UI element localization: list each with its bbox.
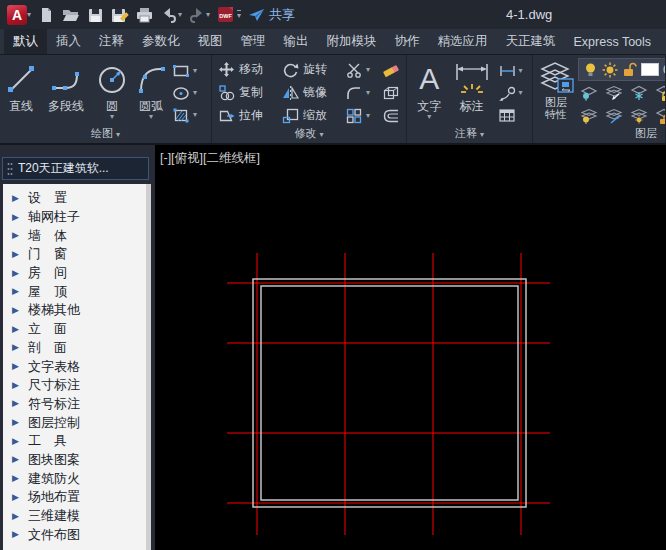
linear-dimension-button[interactable]: ▾ — [498, 61, 532, 81]
erase-button[interactable] — [382, 62, 406, 78]
sidebar-item-tools[interactable]: ▶工 具 — [3, 432, 146, 451]
table-button[interactable] — [498, 105, 532, 125]
arc-button[interactable]: 圆弧 ▾ — [132, 58, 170, 127]
text-button[interactable]: A 文字 ▾ — [413, 58, 446, 127]
dwf-button[interactable]: DWF ▾ — [213, 3, 244, 27]
tab-view[interactable]: 视图 — [189, 29, 232, 54]
undo-button[interactable]: ▾ — [157, 3, 185, 27]
scale-button[interactable]: 缩放 — [282, 107, 346, 124]
tarch-panel-header[interactable]: T20天正建筑软... — [2, 157, 149, 180]
plot-button[interactable] — [132, 3, 157, 27]
move-button[interactable]: 移动 — [218, 61, 282, 78]
sidebar-item-file-layout[interactable]: ▶文件布图 — [3, 525, 146, 544]
tab-parametric[interactable]: 参数化 — [133, 29, 189, 54]
sidebar-item-room[interactable]: ▶房 间 — [3, 264, 146, 283]
array-dropdown-icon[interactable]: ▾ — [366, 112, 370, 120]
tab-manage[interactable]: 管理 — [232, 29, 275, 54]
sidebar-item-3d-modeling[interactable]: ▶三维建模 — [3, 507, 146, 526]
circle-button[interactable]: 圆 ▾ — [94, 58, 130, 127]
layer-change-current-button[interactable] — [605, 107, 623, 128]
sidebar-item-axis-grid-column[interactable]: ▶轴网柱子 — [3, 208, 146, 227]
mirror-button[interactable]: 镜像 — [282, 84, 346, 101]
sidebar-item-block-pattern[interactable]: ▶图块图案 — [3, 451, 146, 470]
app-menu-button[interactable]: A ▾ — [4, 3, 34, 27]
sidebar-item-site-layout[interactable]: ▶场地布置 — [3, 488, 146, 507]
line-button[interactable]: 直线 — [4, 58, 38, 127]
explode-button[interactable] — [382, 85, 406, 101]
layer-on-all-button[interactable] — [580, 107, 598, 128]
cad-drawing[interactable] — [155, 145, 666, 550]
tab-home[interactable]: 默认 — [4, 29, 47, 54]
layer-match-button[interactable] — [605, 84, 623, 105]
leader-button[interactable]: ▾ — [498, 83, 532, 103]
redo-button[interactable]: ▾ — [185, 3, 213, 27]
layer-freeze-button[interactable] — [630, 84, 648, 105]
sidebar-scrollbar[interactable] — [146, 184, 151, 550]
viewport-controls[interactable]: [-][俯视][二维线框] — [160, 150, 260, 167]
save-as-button[interactable] — [107, 3, 132, 27]
copy-button[interactable]: 复制 — [218, 84, 282, 101]
sidebar-item-text-table[interactable]: ▶文字表格 — [3, 357, 146, 376]
arc-dropdown-icon[interactable]: ▾ — [149, 113, 153, 121]
modify-panel-label[interactable]: 修改▾ — [212, 126, 406, 141]
offset-button[interactable] — [382, 108, 406, 124]
redo-dropdown-icon[interactable]: ▾ — [206, 11, 210, 19]
dimension-button[interactable]: 标注 — [450, 58, 494, 127]
layer-thaw-all-button[interactable] — [630, 107, 648, 128]
stretch-button[interactable]: 拉伸 — [218, 107, 282, 124]
draw-panel-label[interactable]: 绘图▾ — [0, 126, 211, 141]
sidebar-item-layer-control[interactable]: ▶图层控制 — [3, 413, 146, 432]
sidebar-item-fire-protection[interactable]: ▶建筑防火 — [3, 469, 146, 488]
dwf-dropdown-icon[interactable]: ▾ — [237, 10, 241, 20]
wall-outline[interactable] — [253, 279, 526, 507]
linear-dimension-dropdown-icon[interactable]: ▾ — [519, 67, 523, 75]
trim-dropdown-icon[interactable]: ▾ — [366, 66, 370, 74]
ellipse-button[interactable]: ▾ — [172, 83, 208, 103]
sidebar-item-section[interactable]: ▶剖 面 — [3, 339, 146, 358]
undo-dropdown-icon[interactable]: ▾ — [178, 11, 182, 19]
ellipse-dropdown-icon[interactable]: ▾ — [193, 89, 197, 97]
polyline-button[interactable]: 多段线 — [40, 58, 92, 127]
rectangle-button[interactable]: ▾ — [172, 61, 208, 81]
sidebar-item-stairs-other[interactable]: ▶楼梯其他 — [3, 301, 146, 320]
rotate-button[interactable]: 旋转 — [282, 61, 346, 78]
sidebar-item-elevation[interactable]: ▶立 面 — [3, 320, 146, 339]
layer-properties-button[interactable]: 图层 特性 — [537, 58, 575, 127]
sidebar-item-symbol-annotation[interactable]: ▶符号标注 — [3, 395, 146, 414]
layers-panel-label[interactable]: 图层 — [533, 126, 665, 141]
tab-insert[interactable]: 插入 — [47, 29, 90, 54]
leader-dropdown-icon[interactable]: ▾ — [519, 89, 523, 97]
sidebar-item-roof[interactable]: ▶屋 顶 — [3, 282, 146, 301]
tab-collaborate[interactable]: 协作 — [386, 29, 429, 54]
trim-button[interactable]: ▾ — [346, 62, 382, 78]
layer-off-button[interactable] — [580, 84, 598, 105]
share-button[interactable]: 共享 — [244, 3, 298, 27]
sidebar-item-dimension[interactable]: ▶尺寸标注 — [3, 376, 146, 395]
tab-tarch[interactable]: 天正建筑 — [497, 29, 565, 54]
drawing-canvas[interactable]: [-][俯视][二维线框] — [155, 145, 666, 550]
annotate-panel-label[interactable]: 注释▾ — [407, 126, 532, 141]
rectangle-dropdown-icon[interactable]: ▾ — [193, 67, 197, 75]
tab-annotate[interactable]: 注释 — [90, 29, 133, 54]
sidebar-item-wall[interactable]: ▶墙 体 — [3, 226, 146, 245]
wall-outline[interactable] — [261, 286, 518, 500]
text-dropdown-icon[interactable]: ▾ — [427, 113, 431, 121]
open-file-button[interactable] — [58, 3, 83, 27]
circle-dropdown-icon[interactable]: ▾ — [110, 113, 114, 121]
fillet-dropdown-icon[interactable]: ▾ — [366, 89, 370, 97]
panel-grip[interactable] — [7, 162, 13, 176]
tab-add-ins[interactable]: 附加模块 — [318, 29, 386, 54]
tab-featured-apps[interactable]: 精选应用 — [429, 29, 497, 54]
sidebar-item-settings[interactable]: ▶设 置 — [3, 189, 146, 208]
fillet-button[interactable]: ▾ — [346, 85, 382, 101]
array-button[interactable]: ▾ — [346, 108, 382, 124]
tab-express-tools[interactable]: Express Tools — [565, 29, 661, 54]
layer-state-row[interactable]: 0 — [578, 58, 666, 81]
layer-lock-button[interactable] — [655, 84, 666, 105]
sidebar-item-door-window[interactable]: ▶门 窗 — [3, 245, 146, 264]
hatch-button[interactable]: ▾ — [172, 105, 208, 125]
save-button[interactable] — [83, 3, 107, 27]
tab-output[interactable]: 输出 — [275, 29, 318, 54]
hatch-dropdown-icon[interactable]: ▾ — [193, 111, 197, 119]
layer-unlock-all-button[interactable] — [655, 107, 666, 128]
